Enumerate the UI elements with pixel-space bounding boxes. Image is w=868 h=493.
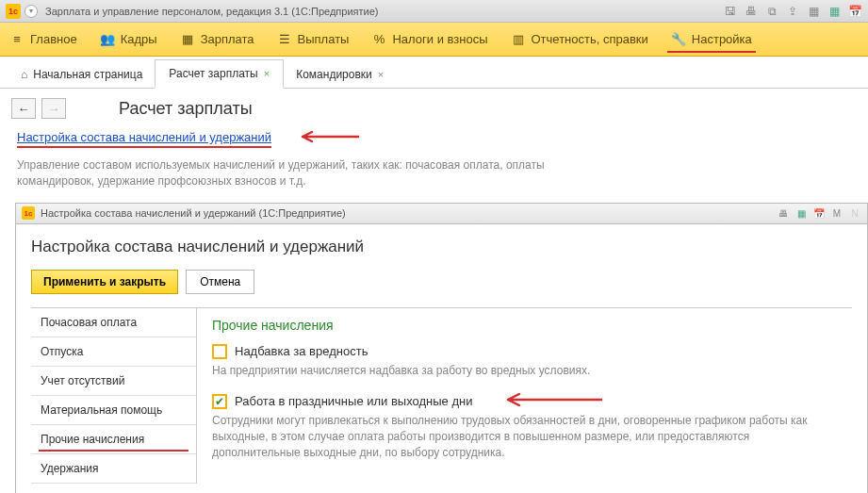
tab-komandirovki[interactable]: Командировки×	[283, 61, 397, 88]
report-icon: ▥	[511, 32, 526, 47]
holiday-work-desc: Сотрудники могут привлекаться к выполнен…	[212, 413, 837, 460]
date-icon[interactable]: 📅	[847, 4, 862, 19]
annotation-arrow-icon	[293, 130, 359, 146]
save-icon[interactable]: 🖫	[723, 4, 738, 19]
print-icon[interactable]: 🖶	[744, 4, 759, 19]
modal-body: Настройка состава начислений и удержаний…	[16, 224, 867, 493]
nav-otchet[interactable]: ▥Отчетность, справки	[511, 32, 648, 47]
app-logo-icon: 1c	[6, 4, 21, 19]
titlebar-actions: 🖫 🖶 ⧉ ⇪ ▦ ▦ 📅	[723, 4, 862, 19]
section-title: Прочие начисления	[212, 318, 837, 333]
harm-bonus-label: Надбавка за вредность	[235, 344, 368, 358]
harm-bonus-desc: На предприятии начисляется надбавка за р…	[212, 363, 837, 379]
cat-vacation[interactable]: Отпуска	[31, 337, 196, 367]
page-content: Настройка состава начислений и удержаний…	[0, 128, 868, 203]
tab-bar: ⌂Начальная страница Расчет зарплаты× Ком…	[0, 57, 868, 89]
close-icon[interactable]: ×	[264, 68, 270, 79]
back-button[interactable]: ←	[11, 98, 36, 119]
nav-kadry[interactable]: 👥Кадры	[100, 32, 157, 47]
nav-main[interactable]: ≡Главное	[9, 32, 77, 47]
harm-bonus-checkbox[interactable]	[212, 344, 227, 359]
letter-n-icon[interactable]: N	[848, 206, 861, 220]
tab-raschet[interactable]: Расчет зарплаты×	[155, 59, 284, 89]
modal-buttons: Применить и закрыть Отмена	[31, 270, 852, 294]
app-logo-icon: 1c	[22, 206, 35, 220]
link-description: Управление составом используемых начисле…	[17, 157, 601, 189]
people-icon: 👥	[100, 32, 115, 47]
wrench-icon: 🔧	[671, 32, 686, 47]
app-menu-dropdown[interactable]: ▾	[25, 5, 38, 18]
holiday-work-checkbox[interactable]	[212, 394, 227, 409]
app-title: Зарплата и управление персоналом, редакц…	[45, 6, 723, 17]
main-nav: ≡Главное 👥Кадры ▦Зарплата ☰Выплаты %Нало…	[0, 23, 868, 57]
forward-button[interactable]: →	[41, 98, 66, 119]
calc-icon[interactable]: ▦	[806, 4, 821, 19]
nav-nalogi[interactable]: %Налоги и взносы	[371, 32, 487, 47]
cat-deductions[interactable]: Удержания	[31, 454, 196, 484]
cat-absence[interactable]: Учет отсутствий	[31, 367, 196, 396]
annotation-arrow-icon	[499, 393, 602, 409]
nav-zarplata[interactable]: ▦Зарплата	[180, 32, 254, 47]
grid-icon[interactable]: ▦	[794, 206, 808, 220]
holiday-work-row: Работа в праздничные или выходные дни	[212, 393, 837, 409]
cat-aid[interactable]: Материальная помощь	[31, 396, 196, 425]
copy-icon[interactable]: ⧉	[764, 4, 779, 19]
modal-titlebar: 1c Настройка состава начислений и удержа…	[16, 204, 867, 224]
cancel-button[interactable]: Отмена	[186, 270, 254, 294]
holiday-work-label: Работа в праздничные или выходные дни	[235, 394, 472, 408]
table-icon: ▦	[180, 32, 195, 47]
link-icon[interactable]: ⇪	[785, 4, 800, 19]
letter-m-icon[interactable]: M	[830, 206, 843, 220]
list-icon: ☰	[277, 32, 292, 47]
settings-window: 1c Настройка состава начислений и удержа…	[15, 203, 868, 493]
cat-other[interactable]: Прочие начисления	[31, 425, 196, 454]
modal-heading: Настройка состава начислений и удержаний	[31, 238, 852, 256]
category-list: Почасовая оплата Отпуска Учет отсутствий…	[31, 308, 197, 484]
nav-nastroika[interactable]: 🔧Настройка	[671, 32, 752, 47]
nav-vyplaty[interactable]: ☰Выплаты	[277, 32, 350, 47]
tab-home[interactable]: ⌂Начальная страница	[8, 61, 156, 88]
menu-icon: ≡	[9, 32, 25, 47]
calendar-icon[interactable]: 📅	[812, 206, 826, 220]
page-title: Расчет зарплаты	[119, 99, 253, 119]
page-toolbar: ← → Расчет зарплаты	[0, 89, 868, 128]
percent-icon: %	[371, 32, 386, 47]
harm-bonus-row: Надбавка за вредность	[212, 344, 837, 359]
modal-split: Почасовая оплата Отпуска Учет отсутствий…	[31, 307, 852, 484]
app-titlebar: 1c ▾ Зарплата и управление персоналом, р…	[0, 0, 868, 23]
apply-close-button[interactable]: Применить и закрыть	[31, 270, 178, 294]
cat-hourly[interactable]: Почасовая оплата	[31, 308, 196, 337]
category-panel: Прочие начисления Надбавка за вредность …	[197, 308, 852, 484]
modal-title: Настройка состава начислений и удержаний…	[41, 207, 777, 219]
print-icon[interactable]: 🖶	[777, 206, 790, 220]
modal-title-actions: 🖶 ▦ 📅 M N	[777, 206, 861, 220]
close-icon[interactable]: ×	[378, 69, 384, 80]
calendar-icon[interactable]: ▦	[827, 4, 842, 19]
settings-link[interactable]: Настройка состава начислений и удержаний	[17, 130, 271, 148]
home-icon: ⌂	[21, 68, 27, 81]
